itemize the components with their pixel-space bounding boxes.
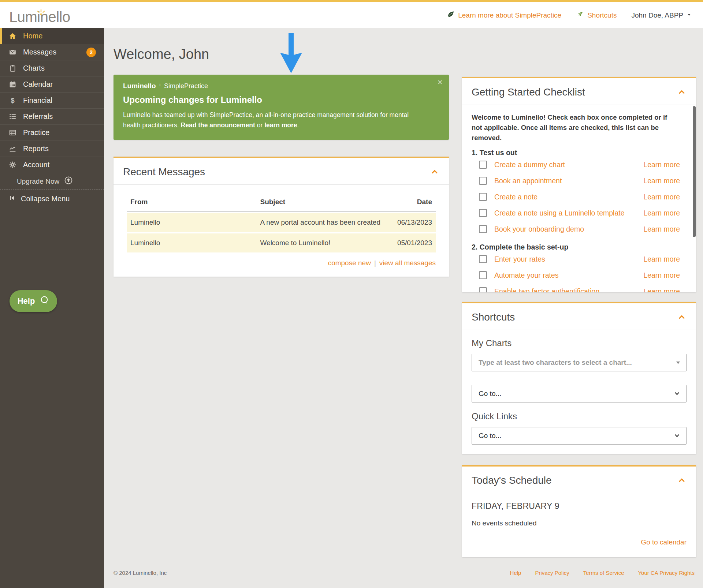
sidebar-item-label: Charts xyxy=(23,64,45,72)
chart-search-select[interactable]: Type at least two characters to select a… xyxy=(472,354,687,371)
user-menu[interactable]: John Doe, ABPP xyxy=(631,11,692,19)
sidebar-item-practice[interactable]: Practice xyxy=(0,125,104,141)
scrollbar-thumb[interactable] xyxy=(693,106,696,237)
view-all-messages-link[interactable]: view all messages xyxy=(379,259,436,267)
select-caret-icon xyxy=(676,361,680,364)
todays-schedule-card: Today's Schedule FRIDAY, FEBRUARY 9 No e… xyxy=(462,465,696,557)
checklist-item-link[interactable]: Book your onboarding demo xyxy=(494,225,584,233)
gear-icon xyxy=(9,161,18,169)
schedule-date: FRIDAY, FEBRUARY 9 xyxy=(472,501,687,511)
footer-link-terms-of-service[interactable]: Terms of Service xyxy=(583,570,624,576)
close-icon[interactable]: × xyxy=(438,78,442,86)
sidebar-item-referrals[interactable]: Referrals xyxy=(0,109,104,125)
sidebar-item-calendar[interactable]: Calendar xyxy=(0,76,104,93)
learn-more-simplepractice-link[interactable]: Learn more about SimplePractice xyxy=(447,10,561,20)
sidebar-item-label: Financial xyxy=(23,96,52,105)
recent-messages-card: Recent Messages FromSubjectDate Luminell… xyxy=(114,157,449,277)
messages-table-header: FromSubjectDate xyxy=(127,194,436,211)
chart-line-icon xyxy=(9,145,18,153)
copyright-text: © 2024 Luminello, Inc xyxy=(114,570,167,576)
learn-more-link[interactable]: Learn more xyxy=(643,177,686,185)
messages-table: FromSubjectDate LuminelloA new portal ac… xyxy=(127,192,436,254)
sidebar-item-label: Home xyxy=(23,32,42,40)
chevron-up-icon[interactable] xyxy=(677,476,687,485)
sunburst-icon xyxy=(36,4,46,19)
banner-luminello-logo: Luminello xyxy=(123,82,156,90)
sidebar-item-financial[interactable]: $Financial xyxy=(0,93,104,109)
learn-more-link[interactable]: Learn more xyxy=(643,161,686,169)
banner-learn-more-link[interactable]: learn more xyxy=(264,121,297,129)
collapse-menu-button[interactable]: Collapse Menu xyxy=(0,190,104,207)
messages-table-body: LuminelloA new portal account has been c… xyxy=(127,213,436,252)
checklist-item-link[interactable]: Enter your rates xyxy=(494,255,545,263)
compose-new-link[interactable]: compose new xyxy=(328,259,371,267)
upgrade-now-button[interactable]: Upgrade Now xyxy=(0,173,104,190)
shortcuts-link[interactable]: Shortcuts xyxy=(576,10,617,20)
sidebar-item-account[interactable]: Account xyxy=(0,157,104,173)
top-header: Luminello Learn more about SimplePractic… xyxy=(0,2,703,28)
message-row[interactable]: LuminelloWelcome to Luminello!05/01/2023 xyxy=(127,233,436,252)
charts-goto-select[interactable]: Go to... xyxy=(472,385,687,402)
sidebar-item-charts[interactable]: Charts xyxy=(0,60,104,76)
checkbox[interactable] xyxy=(479,255,487,263)
footer-link-your-ca-privacy-rights[interactable]: Your CA Privacy Rights xyxy=(638,570,695,576)
announcement-banner: Luminello + SimplePractice Upcoming chan… xyxy=(114,75,449,140)
clipboard-icon xyxy=(9,64,18,72)
checkbox[interactable] xyxy=(479,209,487,217)
checkbox[interactable] xyxy=(479,193,487,201)
checklist-item: Create a dummy chartLearn more xyxy=(472,157,686,173)
column-header-from: From xyxy=(127,194,256,211)
checklist-intro: Welcome to Luminello! Check each box onc… xyxy=(472,112,677,143)
learn-more-link[interactable]: Learn more xyxy=(643,271,686,280)
checkbox[interactable] xyxy=(479,271,487,279)
checkbox[interactable] xyxy=(479,177,487,185)
banner-title: Upcoming changes for Luminello xyxy=(123,95,439,105)
footer-link-privacy-policy[interactable]: Privacy Policy xyxy=(535,570,569,576)
checklist-scroll-area: Welcome to Luminello! Check each box onc… xyxy=(462,105,696,292)
checklist-item-link[interactable]: Create a note xyxy=(494,193,538,201)
chevron-up-icon[interactable] xyxy=(430,167,439,177)
sidebar-item-reports[interactable]: Reports xyxy=(0,141,104,157)
message-date: 06/13/2023 xyxy=(389,213,436,232)
collapse-icon xyxy=(9,195,15,203)
help-button[interactable]: Help xyxy=(10,290,57,312)
learn-more-link[interactable]: Learn more xyxy=(643,255,686,263)
checklist-item-link[interactable]: Book an appointment xyxy=(494,177,562,185)
learn-more-link[interactable]: Learn more xyxy=(643,225,686,233)
sidebar-item-label: Calendar xyxy=(23,80,53,89)
chevron-up-icon[interactable] xyxy=(677,87,687,97)
learn-more-link[interactable]: Learn more xyxy=(643,209,686,217)
checkbox[interactable] xyxy=(479,161,487,169)
read-announcement-link[interactable]: Read the announcement xyxy=(181,121,255,129)
checkbox[interactable] xyxy=(479,225,487,233)
checkbox[interactable] xyxy=(479,287,487,292)
checklist-item: Create a note using a Luminello template… xyxy=(472,205,686,221)
footer-link-help[interactable]: Help xyxy=(510,570,521,576)
banner-body: Luminello has teamed up with SimplePract… xyxy=(123,110,427,130)
my-charts-label: My Charts xyxy=(472,338,687,348)
quick-links-goto-select[interactable]: Go to... xyxy=(472,427,687,445)
go-to-calendar-link[interactable]: Go to calendar xyxy=(472,538,687,546)
message-from: Luminello xyxy=(127,213,256,232)
svg-text:$: $ xyxy=(11,97,14,104)
checklist-item-link[interactable]: Automate your rates xyxy=(494,271,559,280)
checklist-section-heading-2: 2. Complete the basic set-up xyxy=(472,243,686,251)
checklist-item-link[interactable]: Create a note using a Luminello template xyxy=(494,209,625,217)
checklist-item-link[interactable]: Create a dummy chart xyxy=(494,161,565,169)
learn-more-link[interactable]: Learn more xyxy=(643,193,686,201)
luminello-logo: Luminello xyxy=(9,7,70,24)
message-row[interactable]: LuminelloA new portal account has been c… xyxy=(127,213,436,232)
sidebar-item-home[interactable]: Home xyxy=(0,28,104,44)
schedule-title: Today's Schedule xyxy=(472,475,552,486)
chevron-down-icon xyxy=(674,391,680,396)
checklist-item: Create a noteLearn more xyxy=(472,189,686,205)
sidebar-item-messages[interactable]: Messages2 xyxy=(0,44,104,60)
chevron-up-icon[interactable] xyxy=(677,312,687,322)
checklist-item-link[interactable]: Enable two factor authentification xyxy=(494,287,599,292)
message-date: 05/01/2023 xyxy=(389,233,436,252)
learn-more-link[interactable]: Learn more xyxy=(643,287,686,292)
tutorial-arrow-down xyxy=(276,33,306,74)
envelope-icon xyxy=(9,48,18,56)
message-subject: A new portal account has been created xyxy=(256,213,389,232)
sidebar: HomeMessages2ChartsCalendar$FinancialRef… xyxy=(0,28,104,588)
